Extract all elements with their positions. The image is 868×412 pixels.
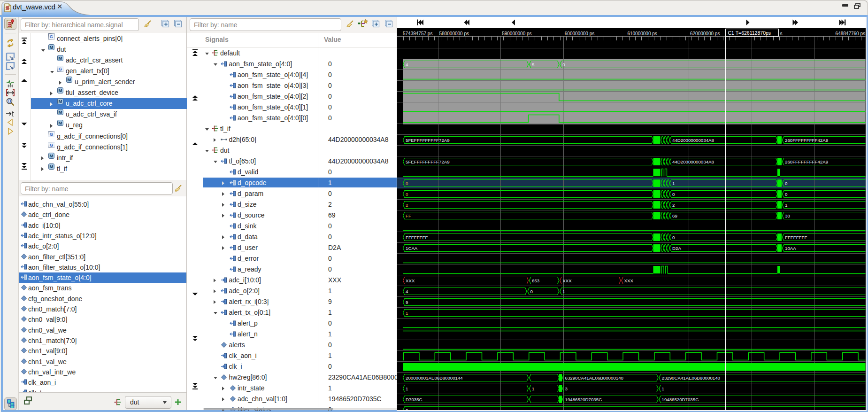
svg-text:44D20000000034A8: 44D20000000034A8 — [672, 159, 714, 164]
svg-text:0: 0 — [672, 235, 675, 240]
svg-text:30: 30 — [785, 213, 790, 218]
svg-text:0: 0 — [562, 62, 565, 67]
svg-text:574394757 ps: 574394757 ps — [403, 31, 432, 36]
svg-text:5: 5 — [532, 62, 534, 67]
svg-text:5FEFFFFFFFFF72A9: 5FEFFFFFFFFF72A9 — [406, 138, 450, 143]
svg-text:610000000 ps: 610000000 ps — [627, 31, 657, 36]
svg-text:4: 4 — [406, 289, 408, 294]
svg-text:620000000 ps: 620000000 ps — [690, 31, 720, 36]
svg-text:1: 1 — [406, 386, 408, 391]
svg-text:0: 0 — [785, 181, 788, 186]
svg-text:600000000 ps: 600000000 ps — [565, 31, 594, 36]
svg-text:0: 0 — [530, 289, 533, 294]
svg-text:D7035C: D7035C — [406, 397, 422, 402]
svg-text:580000000 ps: 580000000 ps — [439, 31, 469, 36]
svg-text:3: 3 — [565, 386, 568, 391]
svg-text:260FFFFFFFFF42A9: 260FFFFFFFFF42A9 — [785, 159, 828, 164]
svg-text:1: 1 — [662, 386, 664, 391]
svg-text:1: 1 — [562, 289, 565, 294]
svg-text:648847760 ps: 648847760 ps — [836, 31, 865, 36]
svg-text:9: 9 — [406, 300, 408, 305]
svg-text:590000000 ps: 590000000 ps — [502, 31, 531, 36]
svg-text:4: 4 — [406, 62, 408, 67]
svg-text:FF: FF — [406, 213, 411, 218]
svg-text:1: 1 — [532, 386, 534, 391]
svg-text:XXX: XXX — [624, 278, 634, 283]
svg-text:19486520D7035C: 19486520D7035C — [662, 397, 699, 402]
svg-text:5FEFFFFFFFFF72A9: 5FEFFFFFFFFF72A9 — [406, 159, 450, 164]
svg-text:FFFFFFFF: FFFFFFFF — [406, 235, 428, 240]
svg-text:260FFFFFFFFF42A9: 260FFFFFFFFF42A9 — [785, 138, 828, 143]
svg-text:69: 69 — [672, 213, 677, 218]
svg-text:10AA: 10AA — [785, 246, 796, 251]
svg-text:0: 0 — [785, 192, 788, 197]
svg-text:19486520D7035C: 19486520D7035C — [565, 397, 602, 402]
svg-text:FFFFFFFF: FFFFFFFF — [785, 235, 807, 240]
svg-text:0: 0 — [672, 192, 675, 197]
svg-text:2: 2 — [672, 202, 675, 208]
svg-text:XXX: XXX — [406, 278, 415, 283]
svg-text:1: 1 — [785, 202, 787, 208]
svg-text:XXX: XXX — [562, 278, 572, 283]
svg-text:s: s — [780, 31, 783, 36]
svg-text:0: 0 — [406, 192, 408, 197]
svg-text:63290CA41AE06B80000140: 63290CA41AE06B80000140 — [565, 375, 624, 381]
svg-text:1: 1 — [672, 181, 675, 186]
svg-text:653: 653 — [532, 278, 539, 283]
svg-text:2: 2 — [406, 202, 408, 208]
svg-text:D2A: D2A — [672, 246, 681, 251]
svg-text:44D20000000034A8: 44D20000000034A8 — [672, 138, 714, 143]
svg-text:1: 1 — [406, 311, 408, 316]
svg-text:200000001AE06B80000144: 200000001AE06B80000144 — [406, 375, 463, 381]
svg-text:C1 T=626112870ps: C1 T=626112870ps — [728, 30, 771, 36]
svg-text:23290CA41AE06B80000140: 23290CA41AE06B80000140 — [662, 375, 721, 381]
svg-text:1CAA: 1CAA — [406, 246, 418, 251]
svg-text:0: 0 — [406, 181, 408, 186]
